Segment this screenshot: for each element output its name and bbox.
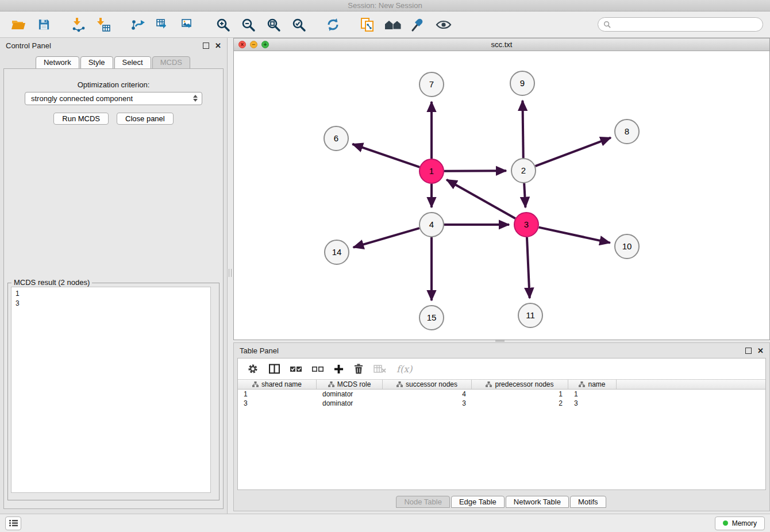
tab-edge-table[interactable]: Edge Table [451, 496, 505, 508]
vertical-splitter[interactable] [229, 269, 232, 277]
zoom-selected-button[interactable] [287, 14, 310, 36]
table-cell[interactable]: 1 [238, 390, 317, 399]
node-14[interactable]: 14 [325, 240, 349, 264]
horizontal-splitter[interactable] [495, 340, 505, 342]
main-toolbar [0, 11, 770, 38]
tab-mcds[interactable]: MCDS [152, 56, 190, 69]
edge-1-6[interactable] [352, 144, 419, 167]
node-9[interactable]: 9 [510, 71, 534, 95]
refresh-button[interactable] [322, 14, 345, 36]
duplicate-network-icon [360, 17, 375, 32]
node-11[interactable]: 11 [518, 303, 542, 327]
deselect-all-button[interactable] [312, 362, 324, 376]
delete-column-button[interactable] [354, 362, 363, 376]
maximize-window-icon[interactable]: + [261, 41, 269, 48]
table-cell[interactable]: 2 [472, 399, 568, 408]
edge-1-2[interactable] [444, 171, 506, 171]
tab-select[interactable]: Select [114, 56, 151, 69]
search-input[interactable] [614, 21, 757, 29]
node-10[interactable]: 10 [615, 234, 639, 259]
memory-status-icon [723, 521, 728, 526]
zoom-fit-button[interactable] [262, 14, 285, 36]
node-7[interactable]: 7 [419, 72, 444, 97]
tab-network-table[interactable]: Network Table [506, 496, 569, 508]
function-builder-button[interactable]: f(x) [396, 362, 412, 376]
column-header-successor-nodes[interactable]: successor nodes [383, 380, 472, 389]
node-label: 2 [521, 165, 526, 175]
float-panel-icon[interactable] [203, 43, 209, 49]
table-cell[interactable]: 3 [383, 399, 472, 408]
table-cell[interactable]: 4 [383, 390, 472, 399]
edge-3-10[interactable] [538, 228, 610, 243]
memory-button[interactable]: Memory [715, 516, 765, 530]
show-column-button[interactable] [269, 362, 280, 376]
import-table-button[interactable] [92, 14, 115, 36]
run-mcds-button[interactable]: Run MCDS [53, 113, 109, 125]
table-row[interactable]: 3dominator323 [238, 399, 765, 408]
select-all-icon [290, 365, 302, 373]
show-hide-details-button[interactable] [432, 14, 455, 36]
column-header-name[interactable]: name [568, 380, 617, 389]
table-cell[interactable]: 3 [568, 399, 617, 408]
edge-3-11[interactable] [527, 237, 530, 298]
edge-2-9[interactable] [522, 101, 523, 158]
table-cell[interactable]: 3 [238, 399, 317, 408]
node-1[interactable]: 1 [419, 159, 444, 183]
edge-2-3[interactable] [524, 183, 525, 207]
list-icon [9, 519, 18, 527]
tab-node-table[interactable]: Node Table [396, 496, 450, 508]
edge-4-14[interactable] [353, 228, 419, 247]
table-row[interactable]: 1dominator411 [238, 390, 765, 399]
tab-motifs[interactable]: Motifs [570, 496, 606, 508]
search-box[interactable] [598, 17, 763, 32]
table-cell[interactable]: 1 [472, 390, 568, 399]
table-cell[interactable]: 1 [568, 390, 617, 399]
table-tabs: Node TableEdge TableNetwork TableMotifs [234, 492, 769, 511]
criterion-select[interactable]: strongly connected component [25, 92, 202, 105]
nested-networks-button[interactable] [382, 14, 405, 36]
close-panel-icon[interactable]: ✕ [215, 43, 221, 49]
deselect-all-icon [312, 365, 324, 373]
table-cell[interactable]: dominator [317, 390, 383, 399]
table-cell[interactable]: dominator [317, 399, 383, 408]
tab-network[interactable]: Network [36, 56, 79, 69]
style-brush-button[interactable] [407, 14, 430, 36]
save-session-button[interactable] [32, 14, 55, 36]
zoom-out-button[interactable] [237, 14, 260, 36]
select-all-button[interactable] [290, 362, 302, 376]
column-header-shared-name[interactable]: shared name [238, 380, 317, 389]
node-2[interactable]: 2 [511, 159, 536, 183]
node-label: 7 [429, 79, 434, 89]
edge-2-8[interactable] [536, 138, 611, 167]
add-column-button[interactable] [334, 362, 344, 376]
open-session-button[interactable] [7, 14, 30, 36]
minimize-window-icon[interactable]: − [250, 41, 257, 48]
column-header-predecessor-nodes[interactable]: predecessor nodes [472, 380, 568, 389]
mcds-result-item[interactable]: 3 [16, 299, 206, 309]
network-canvas[interactable]: 7968124314101511 [234, 51, 769, 340]
node-8[interactable]: 8 [615, 119, 639, 144]
node-3[interactable]: 3 [514, 213, 538, 237]
close-window-icon[interactable]: × [238, 41, 246, 48]
export-network-button[interactable] [126, 14, 149, 36]
mcds-result-item[interactable]: 1 [16, 289, 206, 299]
close-panel-button[interactable]: Close panel [117, 113, 174, 125]
table-settings-button[interactable] [247, 362, 259, 376]
node-label: 1 [429, 166, 434, 176]
node-6[interactable]: 6 [324, 126, 348, 151]
close-table-panel-icon[interactable]: ✕ [757, 348, 764, 354]
float-table-panel-icon[interactable] [745, 348, 752, 354]
zoom-in-button[interactable] [211, 14, 234, 36]
edge-3-1[interactable] [446, 180, 515, 218]
column-header-MCDS-role[interactable]: MCDS role [317, 380, 383, 389]
node-4[interactable]: 4 [419, 213, 444, 237]
import-network-button[interactable] [67, 14, 90, 36]
delete-table-button[interactable] [374, 362, 386, 376]
duplicate-network-button[interactable] [356, 14, 379, 36]
export-image-button[interactable] [177, 14, 200, 36]
node-15[interactable]: 15 [419, 306, 444, 330]
tab-style[interactable]: Style [80, 56, 113, 69]
panel-menu-button[interactable] [5, 516, 21, 530]
export-table-button[interactable] [152, 14, 175, 36]
table-toolbar: f(x) [238, 358, 765, 379]
